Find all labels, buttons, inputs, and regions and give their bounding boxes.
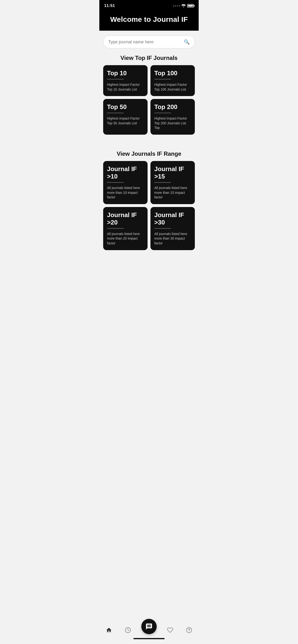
top-200-divider — [154, 112, 171, 113]
if-gt15-title: Journal IF >15 — [154, 165, 191, 180]
top-journals-grid: Top 10 Highest impact Factor Top 10 Jour… — [99, 65, 199, 135]
if-gt30-title: Journal IF >30 — [154, 211, 191, 226]
if-gt30-desc: All journals listed here more than 30 im… — [154, 232, 191, 246]
top-100-desc: Highest impact Factor Top 100 Journals L… — [154, 82, 191, 92]
top-10-desc: Highest impact Factor Top 10 Journals Li… — [107, 82, 144, 92]
top-100-divider — [154, 79, 171, 80]
top-200-desc: Highest impact Factor Top 200 Journals L… — [154, 116, 191, 130]
if-gt20-divider — [107, 228, 124, 229]
if-gt30-card[interactable]: Journal IF >30 All journals listed here … — [151, 207, 195, 250]
battery-icon — [187, 4, 194, 8]
top-10-title: Top 10 — [107, 70, 144, 77]
header-title: Welcome to Journal IF — [106, 15, 192, 24]
top-10-divider — [107, 79, 124, 80]
top-50-title: Top 50 — [107, 103, 144, 111]
content-bottom-pad — [99, 254, 199, 280]
top-200-title: Top 200 — [154, 103, 191, 111]
if-gt20-desc: All journals listed here more than 20 im… — [107, 232, 144, 246]
spacer-1 — [99, 138, 199, 148]
if-gt10-divider — [107, 182, 124, 183]
signal-icon — [173, 5, 180, 6]
if-gt15-desc: All journals listed here more than 15 im… — [154, 186, 191, 200]
if-gt15-divider — [154, 182, 171, 183]
search-bar[interactable]: 🔍 — [103, 36, 195, 48]
status-bar: 11:51 — [99, 0, 199, 10]
wifi-icon — [181, 4, 186, 8]
status-icons — [173, 4, 194, 8]
if-gt20-card[interactable]: Journal IF >20 All journals listed here … — [103, 207, 147, 250]
range-section-title: View Journals IF Range — [99, 150, 199, 157]
search-icon: 🔍 — [184, 39, 190, 45]
if-gt15-card[interactable]: Journal IF >15 All journals listed here … — [151, 161, 195, 204]
if-gt10-title: Journal IF >10 — [107, 165, 144, 180]
search-input[interactable] — [108, 40, 181, 44]
top-100-title: Top 100 — [154, 70, 191, 77]
range-journals-grid: Journal IF >10 All journals listed here … — [99, 161, 199, 250]
top-50-desc: Highest impact Factor Top 50 Journals Li… — [107, 116, 144, 126]
top-50-divider — [107, 112, 124, 113]
main-content: 🔍 View Top IF Journals Top 10 Highest im… — [99, 31, 199, 280]
if-gt10-desc: All journals listed here more than 10 im… — [107, 186, 144, 200]
if-gt20-title: Journal IF >20 — [107, 211, 144, 226]
if-gt10-card[interactable]: Journal IF >10 All journals listed here … — [103, 161, 147, 204]
top-100-card[interactable]: Top 100 Highest impact Factor Top 100 Jo… — [151, 65, 195, 96]
if-gt30-divider — [154, 228, 171, 229]
top-200-card[interactable]: Top 200 Highest impact Factor Top 200 Jo… — [151, 99, 195, 135]
app-header: Welcome to Journal IF — [99, 10, 199, 31]
top-50-card[interactable]: Top 50 Highest impact Factor Top 50 Jour… — [103, 99, 147, 135]
status-time: 11:51 — [104, 3, 115, 8]
top-10-card[interactable]: Top 10 Highest impact Factor Top 10 Jour… — [103, 65, 147, 96]
search-container: 🔍 — [99, 31, 199, 52]
top-journals-section-title: View Top IF Journals — [99, 54, 199, 61]
